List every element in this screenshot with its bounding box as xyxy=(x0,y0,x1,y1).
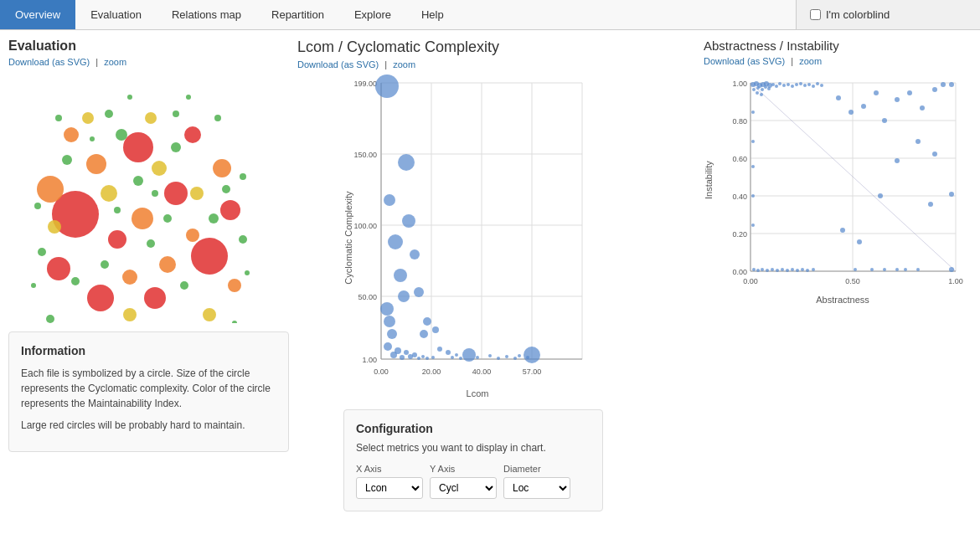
svg-point-165 xyxy=(760,93,763,96)
svg-point-190 xyxy=(895,158,900,163)
svg-point-97 xyxy=(398,290,410,302)
tab-help[interactable]: Help xyxy=(406,0,459,29)
svg-point-206 xyxy=(751,140,755,143)
svg-text:0.60: 0.60 xyxy=(732,155,747,163)
diameter-group: Diameter Loc Lcom Cycl xyxy=(503,464,570,499)
configuration-desc: Select metrics you want to display in ch… xyxy=(356,442,591,454)
svg-point-11 xyxy=(132,208,153,229)
svg-point-98 xyxy=(402,214,415,228)
information-para1: Each file is symbolized by a circle. Siz… xyxy=(21,366,276,411)
svg-point-182 xyxy=(861,104,866,109)
svg-point-48 xyxy=(214,115,221,121)
svg-point-177 xyxy=(806,269,809,272)
lcom-download-links: Download (as SVG) | zoom xyxy=(297,59,695,69)
config-axes: X Axis Lcon Lcom Loc Y Axis Cycl Lcom Lo… xyxy=(356,464,591,499)
svg-point-200 xyxy=(870,268,874,271)
svg-point-50 xyxy=(90,136,95,141)
tab-repartition[interactable]: Repartition xyxy=(256,0,339,29)
abs-download-svg-link[interactable]: Download (as SVG) xyxy=(704,56,785,66)
svg-point-145 xyxy=(767,83,772,88)
svg-point-172 xyxy=(781,268,784,271)
svg-point-193 xyxy=(878,193,883,198)
svg-point-42 xyxy=(105,110,113,118)
svg-point-181 xyxy=(848,110,854,115)
svg-point-56 xyxy=(127,95,132,100)
svg-point-203 xyxy=(904,268,907,271)
svg-point-179 xyxy=(949,82,954,87)
svg-text:0.00: 0.00 xyxy=(732,268,747,276)
svg-point-43 xyxy=(173,110,179,117)
svg-point-53 xyxy=(245,270,250,275)
svg-point-102 xyxy=(420,330,428,338)
configuration-box: Configuration Select metrics you want to… xyxy=(343,409,603,511)
svg-point-171 xyxy=(776,269,779,272)
tab-evaluation[interactable]: Evaluation xyxy=(75,0,157,29)
svg-point-31 xyxy=(133,176,143,186)
svg-point-9 xyxy=(184,126,201,143)
lcom-zoom-link[interactable]: zoom xyxy=(393,59,415,69)
svg-point-205 xyxy=(751,110,755,114)
evaluation-zoom-link[interactable]: zoom xyxy=(104,57,126,67)
lcom-download-svg-link[interactable]: Download (as SVG) xyxy=(297,59,379,69)
y-axis-select[interactable]: Cycl Lcom Loc xyxy=(430,477,497,499)
svg-point-146 xyxy=(752,88,756,91)
svg-point-12 xyxy=(86,154,106,174)
colorblind-section: I'm colorblind xyxy=(796,0,980,29)
svg-point-41 xyxy=(46,315,54,323)
svg-point-108 xyxy=(446,350,451,355)
evaluation-download-svg-link[interactable]: Download (as SVG) xyxy=(8,57,90,67)
lcom-chart-area: Cyclomatic Complexity 199.0 xyxy=(343,74,695,401)
svg-point-156 xyxy=(791,85,794,88)
svg-point-196 xyxy=(840,228,845,233)
svg-point-148 xyxy=(761,88,764,91)
colorblind-checkbox[interactable] xyxy=(810,9,821,20)
colorblind-text: I'm colorblind xyxy=(826,8,890,21)
svg-point-5 xyxy=(47,257,70,280)
svg-point-160 xyxy=(807,83,811,86)
svg-point-147 xyxy=(756,86,760,90)
svg-point-107 xyxy=(437,347,442,352)
tab-relations-map[interactable]: Relations map xyxy=(157,0,256,29)
svg-text:57.00: 57.00 xyxy=(523,367,542,376)
lcom-title: Lcom / Cyclomatic Complexity xyxy=(297,39,695,56)
svg-point-44 xyxy=(240,173,246,180)
svg-point-30 xyxy=(171,142,181,152)
svg-point-52 xyxy=(232,321,237,323)
svg-point-155 xyxy=(787,83,790,86)
svg-point-21 xyxy=(152,161,167,176)
svg-point-33 xyxy=(239,235,247,244)
lcom-scatter-wrapper: Cyclomatic Complexity 199.0 xyxy=(343,74,611,401)
svg-point-47 xyxy=(114,207,121,213)
abs-y-axis-label: Instability xyxy=(704,71,714,289)
svg-point-3 xyxy=(87,285,114,311)
svg-text:0.00: 0.00 xyxy=(743,277,758,285)
svg-point-10 xyxy=(37,176,64,203)
svg-point-152 xyxy=(775,85,778,88)
x-axis-label: X Axis xyxy=(356,464,423,474)
tab-explore[interactable]: Explore xyxy=(339,0,406,29)
svg-point-83 xyxy=(387,329,397,339)
colorblind-label[interactable]: I'm colorblind xyxy=(810,8,890,21)
svg-point-82 xyxy=(384,316,395,327)
svg-point-154 xyxy=(782,84,786,87)
svg-point-114 xyxy=(497,357,500,360)
svg-point-2 xyxy=(123,132,153,162)
svg-point-117 xyxy=(518,354,521,357)
abs-zoom-link[interactable]: zoom xyxy=(799,56,822,66)
svg-point-1 xyxy=(191,238,228,275)
svg-point-20 xyxy=(101,185,117,202)
svg-point-96 xyxy=(394,269,407,282)
svg-point-23 xyxy=(123,308,137,321)
y-axis-group: Y Axis Cycl Lcom Loc xyxy=(430,464,497,499)
abs-scatter-chart: 1.00 0.80 0.60 0.40 0.20 0.00 0.00 0.50 … xyxy=(717,74,968,309)
svg-point-91 xyxy=(417,357,420,360)
x-axis-select[interactable]: Lcon Lcom Loc xyxy=(356,477,423,499)
svg-point-197 xyxy=(857,239,862,244)
diameter-select[interactable]: Loc Lcom Cycl xyxy=(503,477,570,499)
svg-point-35 xyxy=(180,281,188,290)
svg-point-178 xyxy=(812,268,815,271)
left-panel: Evaluation Download (as SVG) | zoom xyxy=(8,39,289,511)
svg-point-46 xyxy=(152,190,158,197)
svg-point-15 xyxy=(64,127,79,142)
tab-overview[interactable]: Overview xyxy=(0,0,75,29)
